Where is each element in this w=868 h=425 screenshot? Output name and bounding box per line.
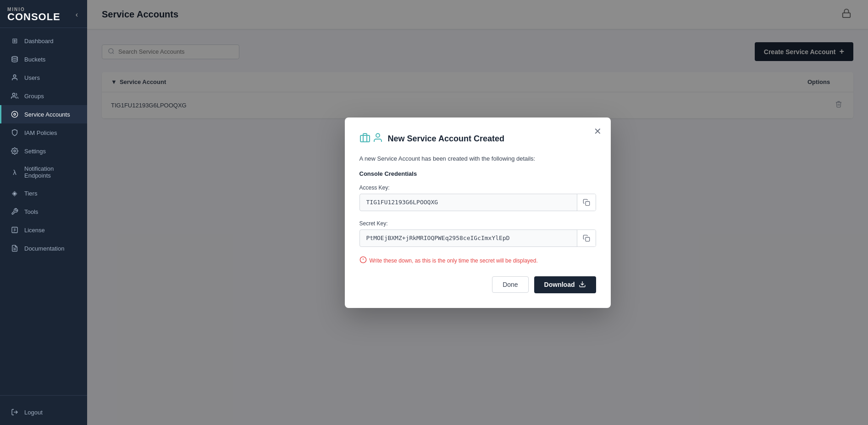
sidebar: MINIO CONSOLE ‹ ⊞ Dashboard Buckets User… xyxy=(0,0,87,425)
svg-rect-19 xyxy=(586,237,590,241)
warning-icon xyxy=(359,256,367,265)
sidebar-item-groups[interactable]: Groups xyxy=(0,87,87,105)
sidebar-item-logout[interactable]: Logout xyxy=(0,403,87,421)
modal-close-button[interactable]: ✕ xyxy=(592,125,603,138)
sidebar-item-label: Notification Endpoints xyxy=(24,165,78,179)
svg-point-1 xyxy=(13,75,16,77)
svg-point-17 xyxy=(376,134,380,137)
sidebar-item-documentation[interactable]: Documentation xyxy=(0,239,87,257)
copy-secret-key-button[interactable] xyxy=(577,230,596,246)
modal-description: A new Service Account has been created w… xyxy=(359,155,596,162)
modal-title-row: New Service Account Created xyxy=(359,132,596,146)
svg-rect-18 xyxy=(586,201,590,206)
sidebar-item-label: Documentation xyxy=(24,245,64,252)
svg-rect-16 xyxy=(360,135,370,142)
users-icon xyxy=(11,73,19,82)
sidebar-item-label: Users xyxy=(24,74,40,81)
sidebar-item-settings[interactable]: Settings xyxy=(0,142,87,160)
documentation-icon xyxy=(11,244,19,252)
tools-icon xyxy=(11,207,19,216)
secret-key-input-row xyxy=(359,229,596,247)
notification-endpoints-icon: λ xyxy=(11,168,19,176)
buckets-icon xyxy=(11,55,19,63)
key-icon xyxy=(359,132,370,146)
sidebar-item-license[interactable]: License xyxy=(0,221,87,239)
access-key-input-row xyxy=(359,194,596,211)
sidebar-item-label: Settings xyxy=(24,148,46,155)
sidebar-item-dashboard[interactable]: ⊞ Dashboard xyxy=(0,32,87,50)
logo-text: MINIO CONSOLE xyxy=(7,7,61,22)
svg-point-5 xyxy=(14,150,16,152)
access-key-input[interactable] xyxy=(360,194,577,210)
service-accounts-icon xyxy=(11,110,19,118)
modal-actions: Done Download xyxy=(359,276,596,293)
download-icon xyxy=(579,280,586,289)
sidebar-collapse-button[interactable]: ‹ xyxy=(74,9,80,21)
access-key-label: Access Key: xyxy=(359,185,596,191)
modal-section-label: Console Credentials xyxy=(359,170,596,177)
svg-point-2 xyxy=(12,93,15,95)
dashboard-icon: ⊞ xyxy=(11,37,19,45)
sidebar-logout-label: Logout xyxy=(24,409,43,416)
iam-policies-icon xyxy=(11,129,19,137)
sidebar-item-label: Dashboard xyxy=(24,38,54,45)
sidebar-item-label: IAM Policies xyxy=(24,129,57,136)
copy-access-key-button[interactable] xyxy=(577,194,596,211)
new-service-account-modal: ✕ New Service Account Created A new Serv… xyxy=(345,117,611,308)
groups-icon xyxy=(11,92,19,100)
tiers-icon: ◈ xyxy=(11,189,19,197)
download-button[interactable]: Download xyxy=(534,276,596,293)
sidebar-nav: ⊞ Dashboard Buckets Users Groups Servi xyxy=(0,28,87,395)
modal-title: New Service Account Created xyxy=(388,134,504,144)
sidebar-item-label: Groups xyxy=(24,93,44,100)
sidebar-item-label: License xyxy=(24,227,45,234)
sidebar-item-tiers[interactable]: ◈ Tiers xyxy=(0,184,87,202)
access-key-field-group: Access Key: xyxy=(359,185,596,211)
svg-point-4 xyxy=(14,113,16,115)
settings-icon xyxy=(11,147,19,155)
sidebar-item-tools[interactable]: Tools xyxy=(0,202,87,221)
warning-row: Write these down, as this is the only ti… xyxy=(359,256,596,265)
svg-point-0 xyxy=(12,56,17,58)
secret-key-input[interactable] xyxy=(360,230,577,246)
sidebar-item-service-accounts[interactable]: Service Accounts xyxy=(0,105,87,123)
done-button[interactable]: Done xyxy=(492,276,528,293)
warning-text: Write these down, as this is the only ti… xyxy=(370,257,538,264)
sidebar-item-label: Buckets xyxy=(24,56,45,63)
sidebar-item-label: Service Accounts xyxy=(24,111,70,118)
sidebar-item-iam-policies[interactable]: IAM Policies xyxy=(0,123,87,142)
sidebar-item-notification-endpoints[interactable]: λ Notification Endpoints xyxy=(0,160,87,184)
svg-point-3 xyxy=(11,111,17,117)
sidebar-item-label: Tools xyxy=(24,208,38,215)
logout-icon xyxy=(11,408,19,416)
account-icon xyxy=(372,132,383,146)
sidebar-logo: MINIO CONSOLE ‹ xyxy=(0,0,87,28)
secret-key-field-group: Secret Key: xyxy=(359,220,596,247)
sidebar-item-label: Tiers xyxy=(24,190,37,197)
download-button-label: Download xyxy=(544,281,575,288)
modal-overlay: ✕ New Service Account Created A new Serv… xyxy=(87,0,868,425)
modal-icons xyxy=(359,132,383,146)
sidebar-item-users[interactable]: Users xyxy=(0,68,87,87)
logo-console: CONSOLE xyxy=(7,12,61,22)
license-icon xyxy=(11,226,19,234)
sidebar-item-buckets[interactable]: Buckets xyxy=(0,50,87,68)
main-content: Service Accounts Create Service Account … xyxy=(87,0,868,425)
sidebar-logout-section: Logout xyxy=(0,395,87,425)
secret-key-label: Secret Key: xyxy=(359,220,596,227)
